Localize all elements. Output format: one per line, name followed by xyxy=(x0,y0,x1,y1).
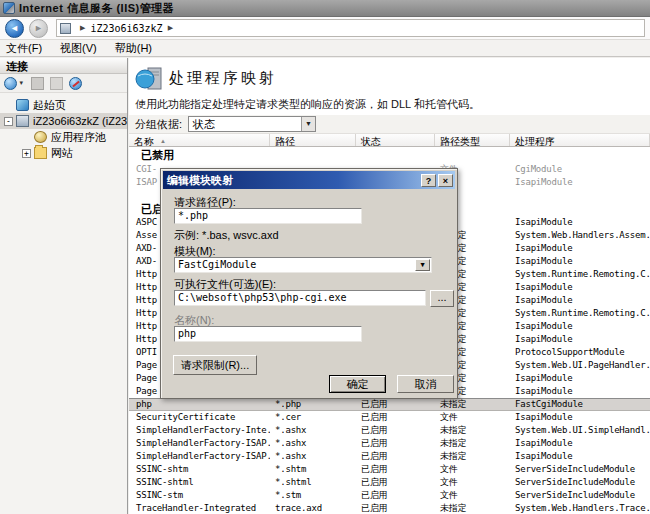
request-restrictions-button[interactable]: 请求限制(R)... xyxy=(173,355,257,375)
cell-handler: IsapiModule xyxy=(510,450,650,463)
cell-type: 文件 xyxy=(435,476,510,489)
cell-handler: IsapiModule xyxy=(510,320,650,333)
cell-status: 已启用 xyxy=(356,437,435,450)
delete-connection-icon[interactable] xyxy=(69,77,82,90)
expander-icon[interactable]: - xyxy=(4,117,13,126)
dialog-title: 编辑模块映射 xyxy=(163,173,421,188)
tree-item[interactable]: +网站 xyxy=(0,145,127,161)
cell-path: trace.axd xyxy=(270,502,356,514)
table-row[interactable]: SSINC-shtm*.shtm已启用文件ServerSideIncludeMo… xyxy=(129,463,650,476)
chevron-down-icon[interactable]: ▼ xyxy=(415,259,430,271)
help-button[interactable]: ? xyxy=(421,174,436,187)
ok-button[interactable]: 确定 xyxy=(329,375,386,393)
cell-path: *.ashx xyxy=(270,424,356,437)
table-row[interactable]: SimpleHandlerFactory-ISAP...*.ashx已启用未指定… xyxy=(129,437,650,450)
cell-handler: IsapiModule xyxy=(510,294,650,307)
cell-name: SSINC-shtml xyxy=(129,476,270,489)
table-row[interactable]: SSINC-shtml*.shtml已启用文件ServerSideInclude… xyxy=(129,476,650,489)
module-select[interactable]: FastCgiModule ▼ xyxy=(174,257,432,273)
cell-handler: IsapiModule xyxy=(510,372,650,385)
cell-handler: IsapiModule xyxy=(510,385,650,398)
cell-path: *.shtm xyxy=(270,463,356,476)
page-description: 使用此功能指定处理特定请求类型的响应的资源，如 DLL 和托管代码。 xyxy=(135,97,480,112)
column-header-handler[interactable]: 处理程序 xyxy=(510,134,650,146)
dialog-titlebar[interactable]: 编辑模块映射 ? × xyxy=(163,171,455,189)
cell-name: SecurityCertificate xyxy=(129,411,270,424)
window-title: Internet 信息服务 (IIS)管理器 xyxy=(19,1,174,16)
cell-path: *.cer xyxy=(270,411,356,424)
example-text: 示例: *.bas, wsvc.axd xyxy=(174,228,279,243)
table-row[interactable]: SimpleHandlerFactory-Inte...*.ashx已启用未指定… xyxy=(129,424,650,437)
menu-item[interactable]: 视图(V) xyxy=(60,41,97,56)
table-header: 名称▲路径状态路径类型处理程序 xyxy=(129,133,650,147)
cell-status: 已启用 xyxy=(356,489,435,502)
cell-handler: ServerSideIncludeModule xyxy=(510,463,650,476)
cell-handler: System.Runtime.Remoting.C... xyxy=(510,307,650,320)
cell-type: 未指定 xyxy=(435,437,510,450)
table-row[interactable]: php*.php已启用未指定FastCgiModule xyxy=(129,398,650,411)
breadcrumb-arrow-icon: ▶ xyxy=(80,24,85,32)
cell-path: *.stm xyxy=(270,489,356,502)
cell-path: *.ashx xyxy=(270,437,356,450)
tree-item[interactable]: 应用程序池 xyxy=(0,129,127,145)
cell-handler: System.Web.Handlers.Trace... xyxy=(510,502,650,514)
server-icon xyxy=(16,115,29,127)
cell-handler: System.Web.Handlers.Assem... xyxy=(510,229,650,242)
close-icon[interactable]: × xyxy=(438,174,453,187)
menu-item[interactable]: 文件(F) xyxy=(6,41,42,56)
cell-handler: IsapiModule xyxy=(510,176,650,189)
back-button[interactable]: ◄ xyxy=(5,19,24,38)
breadcrumb-server-icon xyxy=(60,23,71,34)
cell-status: 已启用 xyxy=(356,411,435,424)
table-row[interactable]: TraceHandler-Integratedtrace.axd已启用未指定Sy… xyxy=(129,502,650,514)
connections-panel: 连接 起始页-iZ23o6i63zkZ (iZ23o6应用程序池+网站 xyxy=(0,58,128,514)
cell-status: 已启用 xyxy=(356,424,435,437)
group-by-select[interactable]: 状态 ▼ xyxy=(188,116,316,132)
menu-item[interactable]: 帮助(H) xyxy=(115,41,152,56)
cell-type: 未指定 xyxy=(435,502,510,514)
forward-button[interactable]: ► xyxy=(29,19,48,38)
group-by-value: 状态 xyxy=(193,117,215,132)
navigation-bar: ◄ ► ▶ iZ23o6i63zkZ ▶ xyxy=(0,17,650,40)
request-path-input[interactable]: *.php xyxy=(174,208,362,224)
column-header-status[interactable]: 状态 xyxy=(356,134,435,146)
up-icon[interactable] xyxy=(50,77,63,90)
cell-handler: System.Web.UI.SimpleHandl... xyxy=(510,424,650,437)
expander-icon[interactable]: + xyxy=(22,149,31,158)
column-header-name[interactable]: 名称▲ xyxy=(129,134,270,146)
chevron-down-icon[interactable]: ▼ xyxy=(301,117,315,131)
group-by-bar: 分组依据: 状态 ▼ xyxy=(129,115,650,133)
cancel-button[interactable]: 取消 xyxy=(397,375,454,393)
app-pools-icon xyxy=(34,131,47,143)
page-title: 处理程序映射 xyxy=(169,69,277,88)
create-connection-icon[interactable] xyxy=(4,77,17,90)
browse-button[interactable]: ... xyxy=(430,290,454,307)
breadcrumb[interactable]: ▶ iZ23o6i63zkZ ▶ xyxy=(56,19,645,37)
executable-input[interactable]: C:\websoft\php53\php-cgi.exe xyxy=(174,290,426,306)
start-page-icon xyxy=(16,99,29,111)
save-connection-icon[interactable] xyxy=(31,77,44,90)
window-titlebar[interactable]: Internet 信息服务 (IIS)管理器 xyxy=(0,0,650,17)
cell-handler: IsapiModule xyxy=(510,216,650,229)
table-row[interactable]: SSINC-stm*.stm已启用文件ServerSideIncludeModu… xyxy=(129,489,650,502)
tree-item[interactable]: 起始页 xyxy=(0,97,127,113)
cell-handler: ServerSideIncludeModule xyxy=(510,489,650,502)
column-header-type[interactable]: 路径类型 xyxy=(435,134,510,146)
cell-handler: ProtocolSupportModule xyxy=(510,346,650,359)
table-row[interactable]: SecurityCertificate*.cer已启用文件IsapiModule xyxy=(129,411,650,424)
breadcrumb-item-server[interactable]: iZ23o6i63zkZ xyxy=(90,23,162,34)
page-header: 处理程序映射 使用此功能指定处理特定请求类型的响应的资源，如 DLL 和托管代码… xyxy=(129,58,650,115)
cell-name: SimpleHandlerFactory-ISAP... xyxy=(129,437,270,450)
table-row[interactable]: SimpleHandlerFactory-ISAP...*.ashx已启用未指定… xyxy=(129,450,650,463)
connections-tree: 起始页-iZ23o6i63zkZ (iZ23o6应用程序池+网站 xyxy=(0,93,127,161)
column-header-path[interactable]: 路径 xyxy=(270,134,356,146)
group-by-label: 分组依据: xyxy=(135,117,182,132)
tree-item-label: 网站 xyxy=(51,146,73,161)
tree-item-label: 应用程序池 xyxy=(51,130,106,145)
cell-type: 未指定 xyxy=(435,398,510,411)
cell-handler: System.Web.UI.PageHandler... xyxy=(510,359,650,372)
cell-handler: ServerSideIncludeModule xyxy=(510,476,650,489)
cell-type: 文件 xyxy=(435,411,510,424)
cell-type: 未指定 xyxy=(435,424,510,437)
tree-item[interactable]: -iZ23o6i63zkZ (iZ23o6 xyxy=(0,113,127,129)
